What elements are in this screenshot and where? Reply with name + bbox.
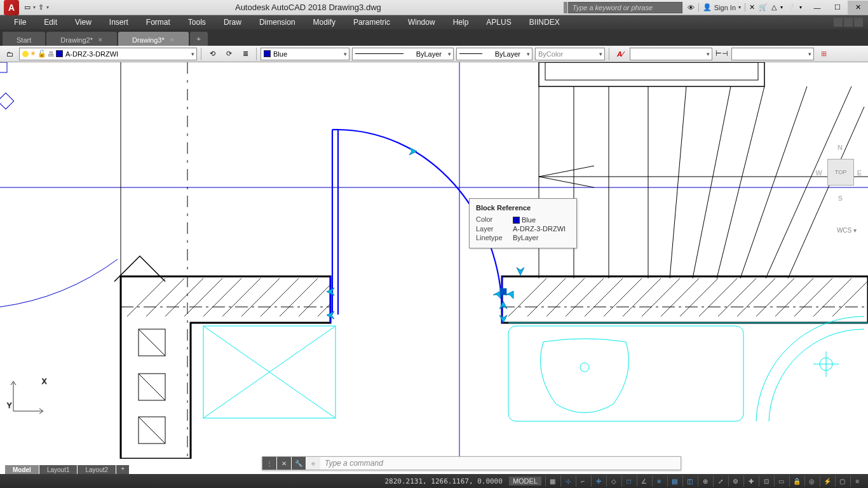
layer-select[interactable]: ☀ 🔓 🖶 A-DRZ-3-DRZWI — [19, 48, 197, 60]
iso-icon[interactable]: ◇ — [606, 475, 620, 487]
menu-modify[interactable]: Modify — [304, 16, 344, 29]
svg-line-31 — [527, 278, 566, 316]
annomonitor-icon[interactable]: ✚ — [743, 475, 757, 487]
isolate-icon[interactable]: ◎ — [804, 475, 818, 487]
cmd-settings-icon[interactable]: 🔧 — [292, 457, 306, 470]
dimstyle-icon[interactable]: ⊢⊣ — [715, 47, 729, 61]
lineweight-select[interactable]: ByLayer — [456, 48, 532, 60]
drawing-canvas[interactable]: Y X N E S W TOP WCS ▾ — [0, 62, 868, 459]
menu-format[interactable]: Format — [137, 16, 179, 29]
lineweight-icon[interactable]: ≡ — [652, 475, 666, 487]
lock-icon: 🔓 — [37, 50, 46, 58]
command-input[interactable]: Type a command — [321, 459, 387, 468]
menu-edit[interactable]: Edit — [35, 16, 66, 29]
svg-line-22 — [184, 278, 222, 316]
menu-parametric[interactable]: Parametric — [344, 16, 399, 29]
tab-drawing2[interactable]: Drawing2*✕ — [46, 32, 117, 46]
svg-line-34 — [585, 278, 623, 316]
textstyle-icon[interactable]: A⁄ — [613, 47, 627, 61]
textstyle-select[interactable] — [630, 48, 712, 60]
menu-file[interactable]: File — [5, 16, 35, 29]
workspace-icon[interactable]: ⚙ — [728, 475, 742, 487]
close-icon[interactable]: ✕ — [170, 37, 175, 43]
mdi-restore-icon[interactable] — [844, 18, 853, 27]
menu-draw[interactable]: Draw — [215, 16, 250, 29]
close-button[interactable]: ✕ — [848, 1, 868, 15]
svg-rect-5 — [545, 62, 758, 80]
annotation-icon[interactable]: ⊕ — [698, 475, 712, 487]
mdi-close-icon[interactable] — [854, 18, 863, 27]
sun-icon: ☀ — [30, 50, 36, 58]
svg-line-20 — [146, 278, 184, 316]
cmd-handle-icon[interactable]: ⋮ — [262, 457, 276, 470]
tab-start[interactable]: Start — [3, 32, 45, 46]
qat-share-icon[interactable]: ⇪ — [38, 3, 44, 11]
snap-icon[interactable]: ⊹ — [560, 475, 574, 487]
svg-line-38 — [661, 278, 699, 316]
color-select[interactable]: Blue — [261, 48, 349, 60]
cmd-close-icon[interactable]: ✕ — [277, 457, 291, 470]
svg-point-60 — [580, 363, 589, 372]
search-handle-icon[interactable] — [564, 2, 567, 13]
grid-icon[interactable]: ▦ — [545, 475, 559, 487]
menu-dimension[interactable]: Dimension — [250, 16, 304, 29]
svg-line-13 — [740, 86, 807, 278]
binoculars-icon[interactable]: 👁 — [688, 4, 695, 11]
modelspace-toggle[interactable]: MODEL — [509, 477, 541, 485]
svg-marker-70 — [409, 147, 417, 155]
cart-icon[interactable]: 🛒 — [759, 3, 768, 11]
help-icon[interactable]: ❔ — [787, 3, 796, 11]
close-icon[interactable]: ✕ — [98, 37, 103, 43]
svg-rect-4 — [539, 62, 764, 86]
menu-aplus[interactable]: APLUS — [477, 16, 520, 29]
dimstyle-select[interactable] — [731, 48, 814, 60]
new-tab-button[interactable]: + — [190, 32, 208, 46]
linetype-select[interactable]: ByLayer — [352, 48, 454, 60]
qat-dropdown2-icon[interactable]: ▾ — [46, 4, 49, 10]
svg-line-51 — [139, 374, 165, 400]
cloud-icon[interactable]: △ — [771, 3, 776, 11]
command-line[interactable]: ⋮ ✕ 🔧 ⎆ Type a command — [262, 456, 681, 470]
maximize-button[interactable]: ☐ — [827, 1, 848, 15]
qat-icon[interactable]: ▭ — [24, 3, 31, 11]
qat-dropdown-icon[interactable]: ▾ — [33, 4, 36, 10]
mdi-minimize-icon[interactable] — [834, 18, 843, 27]
svg-line-37 — [642, 278, 680, 316]
transparency-icon[interactable]: ▤ — [667, 475, 681, 487]
exchange-icon[interactable]: ✕ — [749, 3, 755, 11]
user-icon: 👤 — [703, 3, 712, 11]
layer-state-icon[interactable]: ≣ — [238, 47, 252, 61]
tablestyle-icon[interactable]: ⊞ — [817, 47, 831, 61]
app-logo[interactable]: A — [4, 0, 19, 15]
svg-rect-78 — [500, 288, 506, 295]
signin-button[interactable]: 👤 Sign In ▾ — [698, 3, 745, 11]
layer-prev-icon[interactable]: ⟳ — [222, 47, 236, 61]
layer-manager-icon[interactable]: 🗀 — [3, 47, 17, 61]
ortho-icon[interactable]: ⌐ — [576, 475, 590, 487]
plotstyle-select[interactable]: ByColor — [535, 48, 605, 60]
menu-help[interactable]: Help — [444, 16, 478, 29]
units-icon[interactable]: ⊡ — [759, 475, 773, 487]
qp-icon[interactable]: ▭ — [774, 475, 788, 487]
coordinate-readout[interactable]: 2820.2131, 1266.1167, 0.0000 — [384, 477, 502, 485]
polar-icon[interactable]: ✛ — [591, 475, 605, 487]
menu-view[interactable]: View — [66, 16, 100, 29]
menu-tools[interactable]: Tools — [179, 16, 215, 29]
annoscale-icon[interactable]: ⤢ — [713, 475, 727, 487]
help-search-input[interactable]: Type a keyword or phrase — [568, 2, 682, 13]
hardware-icon[interactable]: ⚡ — [820, 475, 834, 487]
menu-biindex[interactable]: BIINDEX — [520, 16, 569, 29]
tab-drawing3[interactable]: Drawing3*✕ — [118, 32, 189, 46]
customize-icon[interactable]: ≡ — [850, 475, 864, 487]
layer-match-icon[interactable]: ⟲ — [205, 47, 219, 61]
menu-insert[interactable]: Insert — [100, 16, 137, 29]
cycling-icon[interactable]: ◫ — [682, 475, 696, 487]
otrack-icon[interactable]: ∠ — [637, 475, 651, 487]
lock-ui-icon[interactable]: 🔒 — [789, 475, 803, 487]
minimize-button[interactable]: — — [807, 1, 827, 15]
menu-window[interactable]: Window — [399, 16, 444, 29]
cleanscreen-icon[interactable]: ▢ — [835, 475, 849, 487]
bulb-icon — [22, 51, 29, 57]
svg-line-40 — [699, 278, 737, 316]
osnap-icon[interactable]: □ — [621, 475, 635, 487]
